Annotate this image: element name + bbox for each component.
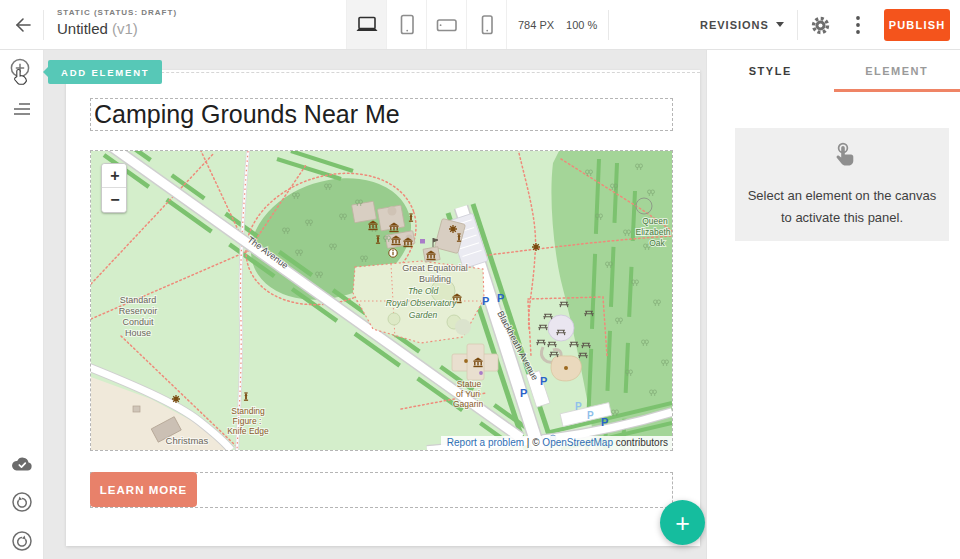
svg-text:Figure :: Figure : (233, 416, 262, 426)
svg-text:Statue: Statue (457, 379, 482, 389)
settings-gear-button[interactable] (808, 13, 832, 37)
page-sections-button[interactable] (0, 90, 44, 128)
device-tablet-portrait-button[interactable] (387, 0, 427, 49)
gear-icon (810, 15, 831, 36)
svg-text:P: P (575, 401, 582, 412)
publish-button[interactable]: PUBLISH (884, 9, 950, 41)
memorial-icon (479, 371, 483, 375)
chevron-down-icon (776, 22, 784, 27)
svg-text:P: P (497, 292, 504, 304)
properties-panel: STYLE ELEMENT Select an element on the c… (706, 50, 960, 559)
tap-hand-icon (735, 141, 949, 176)
revisions-dropdown[interactable]: REVISIONS (700, 0, 784, 49)
autosave-status (0, 444, 44, 482)
hand-cursor-icon (15, 70, 27, 85)
document-title: Untitled (v1) (57, 20, 177, 37)
add-section-fab[interactable]: + (660, 500, 705, 545)
svg-text:Oak: Oak (649, 238, 665, 248)
svg-text:Elizabeth: Elizabeth (636, 227, 671, 237)
cloud-saved-icon (10, 454, 34, 472)
info-icon (389, 249, 397, 257)
openstreetmap-link[interactable]: OpenStreetMap (542, 437, 613, 448)
title-text: Untitled (57, 20, 108, 37)
editor-app: STATIC (STATUS: DRAFT) Untitled (v1) (0, 0, 960, 559)
active-tab-underline (834, 89, 960, 92)
map-label-gagarin: Statue of Yuri Gagarin (453, 379, 484, 409)
sections-list-icon (13, 102, 31, 116)
svg-text:Knife Edge: Knife Edge (227, 426, 269, 436)
memorial-icon (420, 239, 425, 244)
laptop-icon (356, 28, 377, 31)
page-title: Camping Grounds Near Me (91, 99, 672, 129)
undo-icon (10, 490, 34, 514)
map-zoom-out-button[interactable]: − (102, 188, 127, 212)
attribution-separator: | © (524, 437, 542, 448)
svg-text:Great Equatorial: Great Equatorial (402, 263, 468, 273)
device-desktop-button[interactable] (347, 0, 387, 49)
add-element-button[interactable] (0, 53, 44, 91)
svg-text:House: House (125, 328, 151, 338)
svg-text:P: P (587, 410, 594, 421)
device-tablet-landscape-button[interactable] (427, 0, 467, 49)
landing-page-canvas[interactable]: Camping Grounds Near Me (66, 70, 700, 546)
svg-text:Conduit: Conduit (122, 317, 154, 327)
redo-icon (10, 529, 34, 553)
svg-text:Reservoir: Reservoir (119, 306, 158, 316)
tooltip-text: ADD ELEMENT (61, 67, 149, 78)
document-status: STATIC (STATUS: DRAFT) (57, 8, 177, 17)
back-arrow-icon[interactable] (10, 13, 34, 37)
divider (608, 10, 609, 40)
left-toolbar (0, 50, 44, 559)
tab-style[interactable]: STYLE (707, 50, 834, 92)
svg-text:P: P (540, 375, 547, 387)
attribution-suffix: contributors (613, 437, 668, 448)
map-element[interactable]: P P P P P P P The Avenue Blackheath Aven… (90, 150, 673, 451)
svg-text:Standing: Standing (231, 406, 265, 416)
redo-button[interactable] (0, 522, 44, 559)
svg-text:Building: Building (419, 274, 451, 284)
report-problem-link[interactable]: Report a problem (447, 437, 524, 448)
svg-text:Standard: Standard (120, 295, 157, 305)
device-mobile-button[interactable] (467, 0, 507, 49)
headline-element[interactable]: Camping Grounds Near Me (90, 98, 673, 131)
svg-text:Garden: Garden (409, 310, 438, 320)
panel-placeholder: Select an element on the canvas to activ… (735, 128, 949, 241)
device-preview-switcher (346, 0, 507, 49)
more-options-button[interactable] (846, 13, 870, 37)
placeholder-text-line1: Select an element on the canvas (735, 185, 949, 207)
divider (43, 10, 44, 40)
top-bar: STATIC (STATUS: DRAFT) Untitled (v1) (0, 0, 960, 50)
version-text: (v1) (112, 20, 138, 37)
kebab-menu-icon (855, 15, 861, 35)
tooltip-arrow (43, 67, 48, 77)
map-zoom-control: + − (101, 163, 127, 213)
revisions-label: REVISIONS (700, 19, 769, 31)
add-element-tooltip: ADD ELEMENT (48, 60, 162, 84)
document-info: STATIC (STATUS: DRAFT) Untitled (v1) (57, 8, 177, 37)
openstreetmap-canvas: P P P P P P P The Avenue Blackheath Aven… (91, 151, 672, 450)
svg-text:Gagarin: Gagarin (453, 399, 484, 409)
divider (797, 10, 798, 40)
placeholder-text-line2: to activate this panel. (735, 207, 949, 229)
svg-text:The Old: The Old (408, 286, 439, 296)
learn-more-button[interactable]: LEARN MORE (90, 472, 197, 507)
artwork-icon (464, 359, 468, 363)
svg-text:Royal Observatory: Royal Observatory (386, 298, 457, 308)
canvas-dimensions: 784 PX100 % (518, 19, 609, 31)
map-attribution: Report a problem | © OpenStreetMap contr… (441, 436, 672, 450)
canvas-width-value: 784 PX (518, 19, 554, 31)
map-label-christmas: Christmas (166, 435, 209, 446)
svg-text:P: P (520, 387, 527, 399)
svg-text:P: P (482, 295, 489, 307)
svg-text:Queen: Queen (642, 216, 668, 226)
panel-tabs: STYLE ELEMENT (707, 50, 960, 92)
svg-text:P: P (601, 416, 608, 428)
map-zoom-in-button[interactable]: + (102, 164, 127, 188)
canvas-zoom-value: 100 % (566, 19, 597, 31)
undo-button[interactable] (0, 483, 44, 521)
tab-style-label: STYLE (749, 65, 792, 77)
svg-text:of Yuri: of Yuri (456, 389, 480, 399)
tab-element-label: ELEMENT (865, 65, 928, 77)
tab-element[interactable]: ELEMENT (834, 50, 960, 92)
